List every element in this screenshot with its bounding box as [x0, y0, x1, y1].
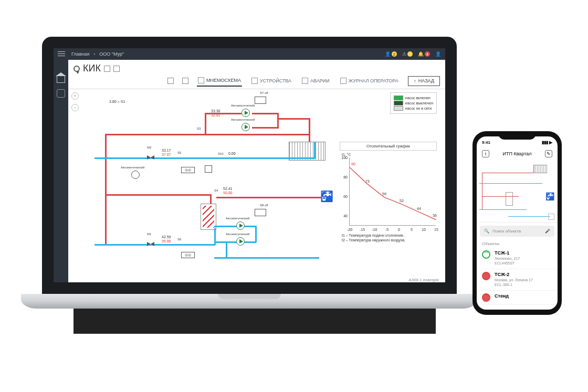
bell-badge[interactable]: 🔔4 — [418, 51, 430, 57]
mic-icon[interactable]: 🎤 — [545, 229, 550, 234]
pipe — [205, 113, 206, 134]
phone-item[interactable]: ⁀ ТСЖ-2Москва, ул. Ленина 17ECL-300-1 — [477, 269, 558, 291]
pipe — [94, 157, 315, 159]
laptop-mockup: Главная › ООО "Мур" 👤2 ⚠ 🔔4 👤 КИК МНЕМОС… — [21, 37, 478, 352]
controller-icon: ◎◎ — [181, 167, 195, 173]
legend-na-swatch — [394, 106, 403, 111]
tab-mnemo[interactable]: МНЕМОСХЕМА — [197, 75, 242, 87]
zoom-out-icon[interactable]: − — [71, 104, 79, 111]
phone-item[interactable]: ⁀ Стенд — [477, 291, 558, 305]
back-button[interactable]: НАЗАД — [408, 76, 440, 86]
mini-radiator — [533, 165, 547, 173]
module-icon — [205, 165, 212, 173]
pipe — [214, 226, 256, 227]
menu-icon[interactable] — [58, 51, 65, 57]
tap-icon: 🚰 — [320, 190, 333, 203]
pump-icon — [242, 109, 250, 117]
pump-icon — [131, 171, 140, 179]
pipe — [277, 113, 279, 129]
pump-icon — [236, 237, 245, 246]
alarms-icon — [302, 78, 308, 84]
phone-item[interactable]: ⁀ ТСЖ-1Люсиново, 217ECL4455ST — [477, 248, 558, 269]
pipe — [214, 241, 256, 243]
crumb-home[interactable]: Главная — [71, 51, 89, 57]
valve-icon — [147, 154, 154, 161]
legend-off-swatch — [394, 101, 403, 105]
heating-chart: 100 80 60 40 -20 -15 -10 -5 0 5 10 15 90… — [349, 157, 436, 226]
compose-icon[interactable]: ✎ — [545, 150, 552, 157]
info-icon[interactable]: i — [482, 150, 489, 157]
pipe — [252, 113, 278, 114]
pipe — [277, 118, 310, 120]
tab-log[interactable]: ЖУРНАЛ ОПЕРАТОРА — [339, 76, 400, 86]
laptop-base — [21, 294, 478, 309]
legend-on-swatch — [394, 96, 403, 100]
pin-icon — [74, 66, 80, 72]
pipe — [105, 134, 310, 135]
page-title: КИК — [83, 63, 101, 74]
pipe — [105, 134, 107, 244]
legend: насос включен насос выключен насос не в … — [390, 92, 437, 114]
sensor-box — [255, 209, 266, 216]
tool-icon-1[interactable] — [167, 78, 174, 84]
sensor-box — [255, 97, 266, 104]
pipe — [252, 127, 278, 129]
phone-mockup: 9:41 ▮▮▮ ▶ i ИТП Квартал ✎ 🚰 🔍 Поиск объ… — [472, 131, 562, 315]
mini-hx — [506, 192, 513, 206]
chart-title: Отопительный график — [340, 142, 437, 151]
pipe — [216, 197, 327, 198]
signal-icon: ▮▮▮ ▶ — [542, 140, 552, 145]
pipe — [205, 113, 242, 114]
pipe — [105, 194, 210, 196]
wifi-icon: ⁀ — [482, 272, 490, 280]
edit-icon[interactable] — [104, 66, 110, 72]
pump-icon — [236, 221, 245, 230]
chart-curve — [350, 157, 436, 226]
home-icon[interactable] — [57, 76, 65, 83]
valve-icon — [147, 240, 154, 248]
fullscreen-icon[interactable] — [548, 214, 554, 220]
pump-icon — [242, 123, 250, 131]
pipe — [226, 241, 227, 258]
left-rail — [54, 60, 68, 282]
chart-panel: Отопительный график t1, °C 100 80 60 40 … — [340, 142, 437, 242]
crumb-org[interactable]: ООО "Мур" — [99, 51, 124, 57]
mnemonic-canvas[interactable]: + − насос включен насос выключен насос н… — [68, 89, 445, 284]
phone-notch — [498, 131, 536, 140]
mnemo-icon — [198, 77, 204, 83]
phone-diagram[interactable]: 🚰 — [477, 160, 558, 223]
users-badge[interactable]: 👤2 — [385, 51, 397, 57]
tab-alarms[interactable]: АВАРИИ — [301, 76, 331, 86]
controller-icon: ◎◎ — [181, 252, 195, 258]
phone-search[interactable]: 🔍 Поиск объекта 🎤 — [480, 226, 554, 237]
delete-icon[interactable] — [113, 66, 120, 72]
clipboard-icon[interactable] — [57, 89, 65, 98]
pipe — [314, 142, 316, 158]
profile-icon[interactable]: 👤 — [435, 51, 441, 57]
topbar: Главная › ООО "Мур" 👤2 ⚠ 🔔4 👤 — [54, 48, 445, 60]
phone-section: Объекты — [477, 240, 558, 248]
wifi-icon: ⁀ — [482, 250, 490, 259]
tool-icon-2[interactable] — [182, 78, 188, 84]
pipe — [94, 244, 215, 246]
tab-devices[interactable]: УСТРОЙСТВА — [250, 76, 292, 86]
log-icon — [340, 78, 346, 84]
pipe — [214, 257, 319, 259]
wifi-icon: ⁀ — [482, 293, 490, 302]
zoom-controls: + − — [71, 92, 79, 111]
devices-icon — [251, 78, 258, 84]
pipe — [255, 226, 257, 242]
footer-note: A368.1 example — [408, 278, 439, 282]
phone-title: ИТП Квартал — [503, 151, 532, 156]
warn-badge[interactable]: ⚠ — [402, 51, 413, 57]
search-icon: 🔍 — [484, 229, 489, 234]
zoom-in-icon[interactable]: + — [71, 92, 79, 100]
mini-tap-icon: 🚰 — [545, 192, 554, 200]
laptop-screen: Главная › ООО "Мур" 👤2 ⚠ 🔔4 👤 КИК МНЕМОС… — [42, 37, 457, 294]
rail-menu-icon[interactable] — [57, 64, 65, 69]
pipe — [309, 118, 310, 142]
